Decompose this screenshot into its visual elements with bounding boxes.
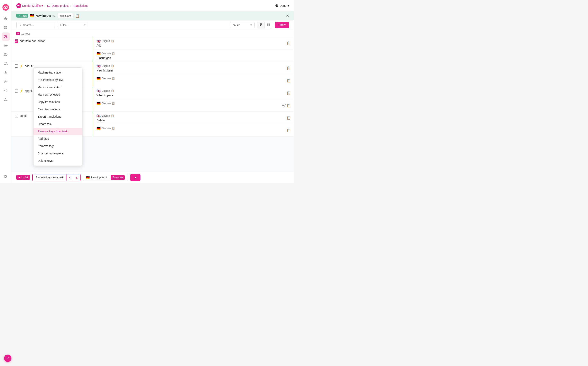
filter-chevron-icon [84, 23, 86, 27]
lang-content-de-1: 🇩🇪 German 📋 Hinzufügen [96, 52, 291, 60]
copy-icon-en-1[interactable]: 📋 [111, 40, 114, 43]
keys-count-icon: ■ [16, 32, 20, 35]
menu-item-remove-tags[interactable]: Remove tags [33, 142, 82, 150]
lang-row-actions-en-2: 📋 [287, 66, 291, 70]
menu-item-delete-keys[interactable]: Delete keys [33, 157, 82, 164]
translations-col-4: 🇬🇧 English 📋 Delete 📋 [93, 112, 294, 137]
sidebar-item-home[interactable] [2, 15, 10, 23]
language-selector[interactable]: en, de [230, 22, 255, 28]
copy-icon-de-4[interactable]: 📋 [112, 127, 115, 130]
translation-text-en-3: What to pack [96, 94, 291, 97]
copy-icon-en-2[interactable]: 📋 [111, 65, 114, 67]
menu-item-export-translations[interactable]: Export translations [33, 113, 82, 120]
svg-point-3 [6, 100, 7, 101]
menu-item-clear-translations[interactable]: Clear translations [33, 106, 82, 113]
translation-text-en-1: Add [96, 44, 291, 47]
sidebar-item-members[interactable] [2, 60, 10, 68]
sidebar-item-languages[interactable] [2, 50, 10, 59]
task-icon-de-3[interactable]: 📋 [287, 104, 291, 107]
next-button[interactable] [130, 174, 141, 181]
task-icon-en-3[interactable]: 📋 [287, 91, 291, 95]
menu-item-remove-keys-from-task[interactable]: Remove keys from task [33, 128, 82, 135]
task-icon-en-1[interactable]: 📋 [287, 41, 291, 45]
lang-row-en-4: 🇬🇧 English 📋 Delete 📋 [93, 112, 294, 124]
breadcrumb-sep-2: › [70, 4, 71, 7]
key-name-3: app-ti... [25, 89, 34, 92]
menu-item-machine-translation[interactable]: Machine translation [33, 69, 82, 76]
copy-icon-en-3[interactable]: 📋 [111, 90, 114, 92]
sidebar-item-dashboard[interactable] [2, 23, 10, 32]
translation-text-de-1: Hinzufügen [96, 56, 291, 60]
task-icon-en-4[interactable]: 📋 [287, 116, 291, 120]
tolgee-logo [2, 4, 9, 11]
sidebar-item-translations[interactable] [2, 32, 10, 41]
copy-icon-de-2[interactable]: 📋 [112, 77, 115, 80]
done-label: Done [280, 4, 286, 7]
menu-item-copy-translations[interactable]: Copy translations [33, 98, 82, 106]
lang-name-de-3: German [102, 102, 111, 105]
sidebar-item-settings[interactable] [2, 172, 10, 181]
task-pill-translate-button[interactable]: Translate [111, 175, 125, 180]
lightning-icon-2: ⚡ [20, 64, 23, 68]
flag-icon-de-2: 🇩🇪 [96, 76, 101, 80]
sidebar-item-keys[interactable] [2, 41, 10, 50]
task-bar-close-button[interactable]: ✕ [286, 14, 289, 18]
menu-item-create-task[interactable]: Create task [33, 120, 82, 128]
clipboard-icon[interactable]: 📋 [75, 14, 79, 18]
menu-item-change-namespace[interactable]: Change namespace [33, 150, 82, 157]
key-checkbox-4[interactable] [15, 114, 18, 117]
action-expand-button[interactable]: ▲ [73, 174, 80, 181]
filter-button[interactable]: Filter... [58, 22, 88, 28]
lang-content-en-2: 🇬🇧 English 📋 New list item [96, 64, 291, 72]
key-checkbox-1[interactable] [15, 39, 18, 43]
menu-item-mark-as-reviewed[interactable]: Mark as reviewed [33, 91, 82, 98]
lang-row-actions-en-1: 📋 [287, 41, 291, 45]
task-icon-de-4[interactable]: 📋 [287, 129, 291, 132]
breadcrumb-org[interactable]: DM Dunder Mufflin [16, 3, 43, 8]
menu-item-pre-translate-by-tm[interactable]: Pre-translate by TM [33, 76, 82, 84]
done-button[interactable]: Done [275, 4, 289, 7]
lang-row-en-1: 🇬🇧 English 📋 Add 📋 [93, 37, 294, 49]
bottom-bar: ■ 1 / 10 Remove keys from task ✕ ▲ 🇩🇪 Ne… [11, 172, 294, 183]
task-translate-button[interactable]: Translate [57, 13, 74, 18]
task-icon-de-2[interactable]: 📋 [287, 79, 291, 83]
copy-icon-de-3[interactable]: 📋 [112, 102, 115, 105]
lang-name-en-3: English [102, 90, 110, 92]
menu-item-mark-as-translated[interactable]: Mark as translated [33, 84, 82, 91]
flag-icon-de-3: 🇩🇪 [96, 101, 101, 105]
lang-name-de-1: German [102, 52, 111, 55]
search-icon [18, 23, 21, 27]
key-name-2: add-it... [25, 64, 34, 68]
key-checkbox-3[interactable] [15, 89, 18, 92]
copy-icon-en-4[interactable]: 📋 [111, 114, 114, 117]
breadcrumb-sep-1: › [45, 4, 46, 7]
translation-text-en-2: New list item [96, 69, 291, 72]
flag-icon-de-4: 🇩🇪 [96, 126, 101, 130]
chat-icon-de-3[interactable]: 💬 [282, 104, 286, 107]
lang-content-de-2: 🇩🇪 German 📋 [96, 76, 291, 81]
search-input[interactable] [16, 22, 55, 28]
task-pill-flag-icon: 🇩🇪 [86, 176, 90, 179]
view-single-button[interactable] [257, 22, 265, 28]
breadcrumb-project[interactable]: 🗂 Demo project [47, 4, 69, 8]
translations-col-1: 🇬🇧 English 📋 Add 📋 [93, 37, 294, 62]
lang-chevron-icon [251, 23, 252, 27]
lang-row-de-3: 🇩🇪 German 📋 💬 📋 [93, 99, 294, 112]
lang-row-actions-en-4: 📋 [287, 116, 291, 120]
sidebar-item-integrate[interactable] [2, 86, 10, 95]
menu-item-add-tags[interactable]: Add tags [33, 135, 82, 142]
task-flag-icon: 🇩🇪 [30, 14, 34, 18]
action-close-button[interactable]: ✕ [66, 174, 73, 181]
sidebar-item-export[interactable] [2, 77, 10, 86]
sidebar-item-import[interactable] [2, 69, 10, 76]
header-right: Done [275, 4, 289, 7]
view-grid-button[interactable] [265, 22, 272, 28]
copy-icon-de-1[interactable]: 📋 [112, 52, 115, 55]
task-icon-en-2[interactable]: 📋 [287, 66, 291, 70]
context-menu: Machine translationPre-translate by TMMa… [33, 67, 82, 166]
sidebar-item-webhooks[interactable] [2, 95, 10, 104]
lang-content-en-1: 🇬🇧 English 📋 Add [96, 39, 291, 47]
add-key-button[interactable]: + KEY [275, 22, 289, 28]
key-checkbox-2[interactable] [15, 64, 18, 68]
header: DM Dunder Mufflin › 🗂 Demo project › Tra… [11, 0, 294, 11]
